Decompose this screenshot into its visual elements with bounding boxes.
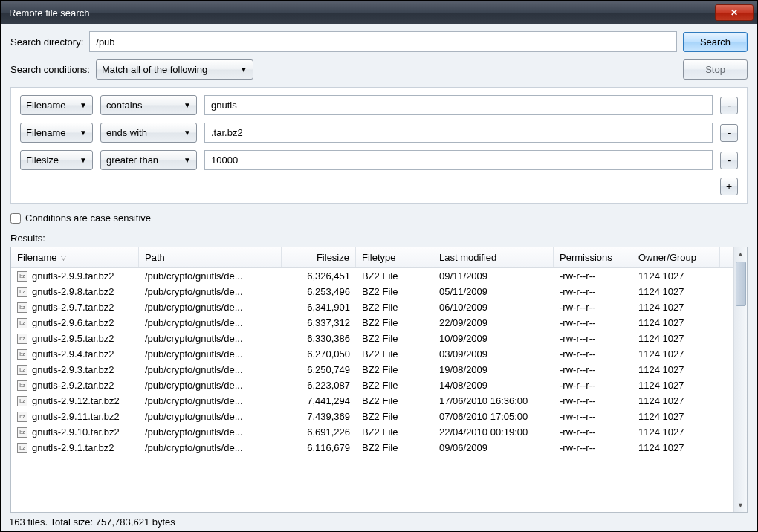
window-title: Remote file search [9, 7, 715, 19]
titlebar[interactable]: Remote file search ✕ [1, 1, 757, 24]
file-icon: bz [17, 318, 27, 328]
table-row[interactable]: bzgnutls-2.9.8.tar.bz2/pub/crypto/gnutls… [11, 284, 733, 299]
table-row[interactable]: bzgnutls-2.9.2.tar.bz2/pub/crypto/gnutls… [11, 377, 733, 393]
file-icon: bz [17, 334, 27, 344]
file-icon: bz [17, 443, 27, 453]
condition-op-dropdown[interactable]: ends with▼ [100, 123, 197, 143]
condition-field-dropdown[interactable]: Filename▼ [20, 95, 93, 115]
match-mode-value: Match all of the following [102, 64, 207, 75]
search-directory-label: Search directory: [10, 36, 83, 48]
condition-row: Filesize▼greater than▼- [20, 150, 738, 170]
col-modified[interactable]: Last modified [433, 247, 554, 267]
table-row[interactable]: bzgnutls-2.9.4.tar.bz2/pub/crypto/gnutls… [11, 346, 733, 362]
table-row[interactable]: bzgnutls-2.9.7.tar.bz2/pub/crypto/gnutls… [11, 299, 733, 315]
table-row[interactable]: bzgnutls-2.9.3.tar.bz2/pub/crypto/gnutls… [11, 362, 733, 377]
chevron-down-icon: ▼ [184, 101, 191, 109]
file-icon: bz [17, 365, 27, 375]
chevron-down-icon: ▼ [80, 156, 87, 164]
remove-condition-button[interactable]: - [720, 97, 738, 114]
file-icon: bz [17, 271, 27, 282]
condition-field-dropdown[interactable]: Filename▼ [20, 123, 93, 143]
condition-field-dropdown[interactable]: Filesize▼ [20, 150, 93, 170]
close-button[interactable]: ✕ [715, 4, 754, 21]
table-row[interactable]: bzgnutls-2.9.1.tar.bz2/pub/crypto/gnutls… [11, 440, 733, 455]
condition-op-dropdown[interactable]: greater than▼ [100, 150, 197, 170]
file-icon: bz [17, 287, 27, 297]
condition-op-dropdown[interactable]: contains▼ [100, 95, 197, 115]
scroll-up-icon[interactable]: ▲ [734, 247, 747, 261]
chevron-down-icon: ▼ [80, 101, 87, 109]
col-filename[interactable]: Filename ▽ [11, 247, 139, 267]
condition-row: Filename▼contains▼- [20, 95, 738, 115]
case-sensitive-label: Conditions are case sensitive [25, 213, 151, 224]
scroll-thumb[interactable] [736, 262, 746, 306]
scroll-down-icon[interactable]: ▼ [734, 499, 747, 512]
remove-condition-button[interactable]: - [720, 152, 738, 169]
conditions-panel: Filename▼contains▼-Filename▼ends with▼-F… [10, 87, 748, 204]
col-path[interactable]: Path [139, 247, 282, 267]
col-filesize[interactable]: Filesize [282, 247, 356, 267]
condition-value-input[interactable] [204, 95, 713, 115]
match-mode-dropdown[interactable]: Match all of the following ▼ [96, 59, 253, 80]
table-row[interactable]: bzgnutls-2.9.12.tar.bz2/pub/crypto/gnutl… [11, 393, 733, 409]
table-row[interactable]: bzgnutls-2.9.5.tar.bz2/pub/crypto/gnutls… [11, 331, 733, 346]
file-icon: bz [17, 396, 27, 406]
table-row[interactable]: bzgnutls-2.9.10.tar.bz2/pub/crypto/gnutl… [11, 424, 733, 440]
condition-value-input[interactable] [204, 123, 713, 143]
remove-condition-button[interactable]: - [720, 124, 738, 142]
table-row[interactable]: bzgnutls-2.9.9.tar.bz2/pub/crypto/gnutls… [11, 268, 733, 284]
chevron-down-icon: ▼ [184, 156, 191, 164]
close-icon: ✕ [731, 7, 738, 18]
search-directory-input[interactable] [89, 31, 677, 52]
add-condition-button[interactable]: + [720, 178, 738, 195]
stop-button[interactable]: Stop [683, 59, 748, 80]
results-grid: Filename ▽ Path Filesize Filetype Last m… [10, 247, 748, 513]
status-text: 163 files. Total size: 757,783,621 bytes [9, 516, 175, 528]
sort-desc-icon: ▽ [61, 254, 66, 262]
file-icon: bz [17, 349, 27, 360]
scrollbar[interactable]: ▲ ▼ [733, 247, 747, 512]
file-icon: bz [17, 412, 27, 422]
file-icon: bz [17, 380, 27, 391]
status-bar: 163 files. Total size: 757,783,621 bytes [1, 513, 757, 531]
chevron-down-icon: ▼ [240, 65, 247, 74]
search-conditions-label: Search conditions: [10, 64, 90, 75]
results-label: Results: [10, 233, 748, 244]
file-icon: bz [17, 302, 27, 313]
case-sensitive-checkbox[interactable] [10, 213, 21, 224]
table-row[interactable]: bzgnutls-2.9.6.tar.bz2/pub/crypto/gnutls… [11, 315, 733, 331]
col-owner[interactable]: Owner/Group [632, 247, 720, 267]
chevron-down-icon: ▼ [80, 129, 87, 137]
file-icon: bz [17, 427, 27, 438]
search-button[interactable]: Search [683, 32, 748, 52]
chevron-down-icon: ▼ [184, 129, 191, 137]
col-permissions[interactable]: Permissions [554, 247, 632, 267]
condition-value-input[interactable] [204, 150, 713, 170]
col-filetype[interactable]: Filetype [356, 247, 433, 267]
table-row[interactable]: bzgnutls-2.9.11.tar.bz2/pub/crypto/gnutl… [11, 409, 733, 424]
grid-header: Filename ▽ Path Filesize Filetype Last m… [11, 247, 733, 268]
condition-row: Filename▼ends with▼- [20, 123, 738, 143]
